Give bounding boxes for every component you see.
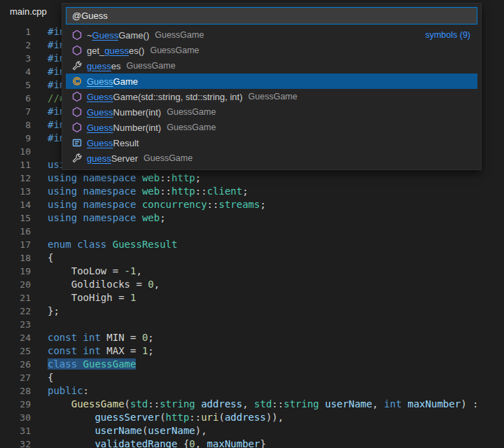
code-text: using namespace web; (48, 211, 166, 225)
method-icon (71, 45, 83, 56)
code-line[interactable]: 30 guessServer(http::uri(address)), (0, 411, 504, 424)
property-icon (71, 153, 83, 164)
line-number: 14 (0, 198, 31, 211)
symbol-label: GuessNumber(int) (87, 107, 161, 118)
symbol-container-label: GuessGame (248, 92, 298, 102)
code-text: Goldilocks = 0, (48, 278, 160, 291)
code-line[interactable]: 25const int MAX = 1; (0, 344, 504, 358)
quickopen-list: ~GuessGame()GuessGamesymbols (9)get_gues… (66, 27, 477, 166)
line-number: 6 (0, 92, 31, 105)
symbol-label: guessServer (87, 153, 138, 164)
code-text: TooHigh = 1 (48, 291, 136, 304)
code-line[interactable]: 21 TooHigh = 1 (0, 291, 504, 304)
code-line[interactable]: 19 TooLow = -1, (0, 265, 504, 278)
quickopen-item[interactable]: ~GuessGame()GuessGamesymbols (9) (66, 27, 477, 43)
code-line[interactable]: 17enum class GuessResult (0, 238, 504, 251)
code-text: GuessGame(std::string address, std::stri… (48, 398, 478, 411)
code-line[interactable]: 28public: (0, 384, 504, 398)
code-line[interactable]: 20 Goldilocks = 0, (0, 278, 504, 291)
quickopen-input[interactable] (66, 7, 477, 24)
code-line[interactable]: 18{ (0, 251, 504, 265)
line-number: 10 (0, 145, 31, 158)
line-number: 17 (0, 238, 31, 251)
quickopen-item[interactable]: GuessGame (66, 74, 477, 89)
code-line[interactable]: 29 GuessGame(std::string address, std::s… (0, 398, 504, 411)
code-line[interactable]: 27{ (0, 371, 504, 384)
code-text: validatedRange {0, maxNumber} (48, 438, 266, 448)
code-text: const int MIN = 0; (48, 331, 154, 344)
quickopen-item[interactable]: GuessGame(std::string, std::string, int)… (66, 89, 477, 104)
quickopen-item[interactable]: GuessNumber(int)GuessGame (66, 104, 477, 120)
symbol-label: ~GuessGame() (87, 30, 149, 41)
code-line[interactable]: 16 (0, 225, 504, 238)
line-number: 26 (0, 358, 31, 371)
line-number: 9 (0, 132, 31, 145)
enum-icon (71, 137, 83, 148)
code-line[interactable]: 14using namespace concurrency::streams; (0, 198, 504, 211)
code-line[interactable]: 32 validatedRange {0, maxNumber} (0, 438, 504, 448)
code-line[interactable]: 12using namespace web::http; (0, 172, 504, 185)
line-number: 32 (0, 438, 31, 448)
line-number: 16 (0, 225, 31, 238)
code-line[interactable]: 24const int MIN = 0; (0, 331, 504, 344)
code-text: class GuessGame (48, 358, 136, 371)
line-number: 20 (0, 278, 31, 291)
method-icon (71, 106, 83, 118)
code-line[interactable]: 31 userName(userName), (0, 424, 504, 438)
code-line[interactable]: 23 (0, 318, 504, 331)
code-text: TooLow = -1, (48, 265, 142, 278)
property-icon (71, 60, 83, 71)
class-icon (71, 76, 83, 87)
symbols-count-badge: symbols (9) (425, 30, 470, 40)
line-number: 5 (0, 78, 31, 92)
symbol-container-label: GuessGame (150, 46, 199, 55)
method-icon (71, 29, 83, 41)
quickopen-item[interactable]: GuessNumber(int)GuessGame (66, 120, 477, 135)
line-number: 21 (0, 291, 31, 304)
line-number: 23 (0, 318, 31, 331)
code-line[interactable]: 22}; (0, 304, 504, 318)
line-number: 27 (0, 371, 31, 384)
quickopen-item[interactable]: get_guesses()GuessGame (66, 43, 477, 58)
code-text: enum class GuessResult (48, 238, 177, 251)
quickopen-item[interactable]: guessesGuessGame (66, 58, 477, 74)
line-number: 8 (0, 118, 31, 132)
line-number: 4 (0, 65, 31, 78)
quickopen-item[interactable]: guessServerGuessGame (66, 150, 477, 166)
code-text: using namespace web::http; (48, 172, 201, 185)
selected-symbol-range: class GuessGame (48, 358, 136, 370)
code-line[interactable]: 26class GuessGame (0, 358, 504, 371)
code-line[interactable]: 13using namespace web::http::client; (0, 185, 504, 198)
quickopen-item[interactable]: GuessResult (66, 135, 477, 150)
code-text: public: (48, 384, 89, 398)
symbol-container-label: GuessGame (167, 107, 216, 117)
line-number: 2 (0, 38, 31, 52)
line-number: 7 (0, 105, 31, 118)
line-number: 31 (0, 424, 31, 438)
symbol-container-label: GuessGame (144, 153, 192, 163)
code-text: }; (48, 304, 59, 318)
line-number: 19 (0, 265, 31, 278)
symbol-label: GuessGame(std::string, std::string, int) (87, 92, 243, 102)
symbol-container-label: GuessGame (126, 61, 175, 71)
line-number: 29 (0, 398, 31, 411)
quickopen-panel: ~GuessGame()GuessGamesymbols (9)get_gues… (62, 3, 482, 170)
symbol-container-label: GuessGame (167, 122, 216, 132)
symbol-label: guesses (87, 61, 120, 71)
tab-main-cpp[interactable]: main.cpp (10, 6, 47, 17)
symbol-label: GuessGame (87, 76, 138, 87)
code-text: using namespace web::http::client; (48, 185, 248, 198)
line-number: 12 (0, 172, 31, 185)
code-text: { (48, 371, 53, 384)
line-number: 15 (0, 211, 31, 225)
code-line[interactable]: 15using namespace web; (0, 211, 504, 225)
line-number: 24 (0, 331, 31, 344)
line-number: 13 (0, 185, 31, 198)
line-number: 25 (0, 344, 31, 358)
line-number: 28 (0, 384, 31, 398)
method-icon (71, 91, 83, 102)
code-text: userName(userName), (48, 424, 207, 438)
symbol-label: get_guesses() (87, 46, 144, 56)
line-number: 30 (0, 411, 31, 424)
line-number: 1 (0, 25, 31, 38)
